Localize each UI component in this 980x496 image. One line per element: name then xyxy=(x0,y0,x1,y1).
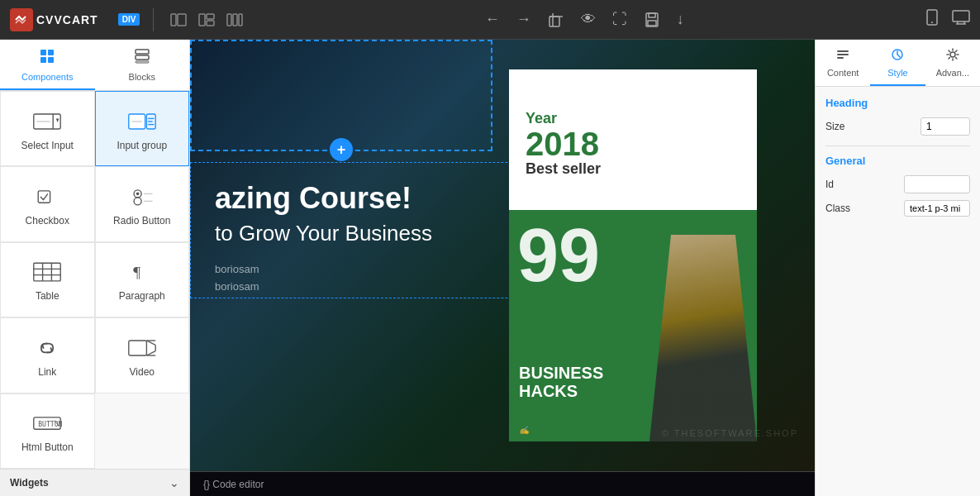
page-preview[interactable]: + azing Course! to Grow Your Business bo… xyxy=(190,40,815,471)
book-number: 99 xyxy=(517,218,600,293)
advanced-tab-icon xyxy=(946,48,959,64)
blocks-tab-label: Blocks xyxy=(129,72,155,82)
right-panel-tabs: Content Style Advan... xyxy=(816,40,980,87)
component-checkbox[interactable]: Checkbox xyxy=(0,166,95,241)
component-input-group[interactable]: Input group xyxy=(95,91,190,166)
right-panel-content: Heading Size General Id Class xyxy=(816,87,980,496)
book-year-label: Year xyxy=(526,110,557,127)
book-bestseller: Best seller xyxy=(526,160,601,178)
style-tab-label: Style xyxy=(887,68,907,78)
save-icon[interactable] xyxy=(644,12,660,28)
components-grid: Select Input Input group Checkbox xyxy=(0,91,189,469)
code-editor-bar[interactable]: {} Code editor xyxy=(190,471,815,496)
advanced-tab-label: Advan... xyxy=(936,68,969,78)
component-select-input[interactable]: Select Input xyxy=(0,91,95,166)
book-person xyxy=(649,235,757,441)
eye-icon[interactable]: 👁 xyxy=(581,11,596,28)
id-field-row: Id xyxy=(825,175,970,193)
undo-icon[interactable]: ← xyxy=(485,11,500,28)
component-paragraph[interactable]: ¶ Paragraph xyxy=(95,242,190,317)
radio-button-label: Radio Button xyxy=(113,215,170,227)
canvas-content: + azing Course! to Grow Your Business bo… xyxy=(190,40,815,496)
tab-content[interactable]: Content xyxy=(816,40,870,86)
checkbox-icon xyxy=(32,185,62,208)
class-input[interactable] xyxy=(904,200,970,217)
layout-triple-icon[interactable] xyxy=(226,13,243,26)
logo-text: CVVCART xyxy=(36,13,98,26)
components-icon xyxy=(39,48,55,69)
video-icon xyxy=(127,336,157,360)
code-editor-label: {} Code editor xyxy=(203,479,264,490)
book-cover: Year 2018 Best seller WRITTEN BY 99 BUSI… xyxy=(509,69,757,441)
expand-icon[interactable]: ⛶ xyxy=(612,11,627,28)
book-signature: ✍ xyxy=(519,426,529,435)
book-business-line2: HACKS xyxy=(519,382,603,400)
select-input-icon xyxy=(32,110,62,133)
selection-box-top: + xyxy=(190,40,492,151)
layout-dual-icon[interactable] xyxy=(198,13,215,26)
canvas-area: + azing Course! to Grow Your Business bo… xyxy=(190,40,815,496)
desktop-icon[interactable] xyxy=(952,10,970,29)
svg-rect-1 xyxy=(178,14,186,26)
download-icon[interactable]: ↓ xyxy=(677,11,684,28)
toolbar: CVVCART DIV ← → 👁 ⛶ ↓ xyxy=(0,0,980,40)
watermark: © THESOFTWARE.SHOP xyxy=(662,428,798,438)
svg-rect-21 xyxy=(48,50,54,55)
redo-icon[interactable]: → xyxy=(516,11,531,28)
svg-rect-4 xyxy=(207,21,214,26)
heading-section-title: Heading xyxy=(825,97,970,109)
component-table[interactable]: Table xyxy=(0,242,95,317)
svg-rect-25 xyxy=(136,55,149,60)
link-icon xyxy=(32,336,62,360)
svg-rect-13 xyxy=(648,21,656,26)
book-cover-bottom: 99 BUSINESS HACKS ✍ xyxy=(509,210,757,441)
widgets-section[interactable]: Widgets ⌄ xyxy=(0,469,189,496)
svg-rect-43 xyxy=(34,264,60,282)
svg-rect-2 xyxy=(199,14,205,26)
svg-rect-8 xyxy=(549,17,559,26)
component-link[interactable]: Link xyxy=(0,317,95,393)
class-field-row: Class xyxy=(825,200,970,217)
component-video[interactable]: Video xyxy=(95,317,190,393)
toolbar-center: ← → 👁 ⛶ ↓ xyxy=(256,11,912,28)
svg-point-15 xyxy=(931,21,933,23)
tab-blocks[interactable]: Blocks xyxy=(95,40,190,90)
svg-rect-22 xyxy=(40,57,46,63)
svg-rect-59 xyxy=(837,54,849,55)
paragraph-icon: ¶ xyxy=(127,260,157,284)
tab-style[interactable]: Style xyxy=(870,40,925,86)
selection-plus[interactable]: + xyxy=(330,138,353,161)
mobile-icon[interactable] xyxy=(925,9,939,30)
radio-button-icon xyxy=(127,185,157,208)
svg-rect-37 xyxy=(38,191,50,203)
logo: CVVCART xyxy=(10,8,98,31)
svg-rect-20 xyxy=(40,50,46,55)
book-cover-top: Year 2018 Best seller WRITTEN BY xyxy=(509,69,757,210)
svg-point-39 xyxy=(136,193,140,196)
table-icon xyxy=(32,260,62,284)
book-business-line1: BUSINESS xyxy=(519,364,603,382)
svg-rect-23 xyxy=(48,57,54,63)
class-label: Class xyxy=(825,203,850,214)
section-divider xyxy=(825,145,970,146)
layout-sidebar-icon[interactable] xyxy=(170,13,187,26)
select-input-label: Select Input xyxy=(21,140,74,151)
tab-advanced[interactable]: Advan... xyxy=(925,40,980,86)
div-badge: DIV xyxy=(118,13,140,26)
book-image: Year 2018 Best seller WRITTEN BY 99 BUSI… xyxy=(492,40,773,471)
component-html-button[interactable]: BUTTON Html Button xyxy=(0,393,95,469)
svg-rect-24 xyxy=(136,50,149,54)
tab-components[interactable]: Components xyxy=(0,40,95,90)
svg-rect-60 xyxy=(837,57,844,59)
svg-rect-0 xyxy=(171,14,176,26)
video-label: Video xyxy=(130,366,155,378)
html-button-icon: BUTTON xyxy=(32,412,62,435)
svg-rect-12 xyxy=(649,13,655,17)
crop-icon[interactable] xyxy=(548,12,564,28)
size-input[interactable] xyxy=(921,117,970,136)
input-group-label: Input group xyxy=(117,140,167,151)
id-input[interactable] xyxy=(904,175,970,193)
component-radio-button[interactable]: Radio Button xyxy=(95,166,190,241)
book-year: 2018 xyxy=(526,127,599,160)
link-label: Link xyxy=(38,366,56,378)
